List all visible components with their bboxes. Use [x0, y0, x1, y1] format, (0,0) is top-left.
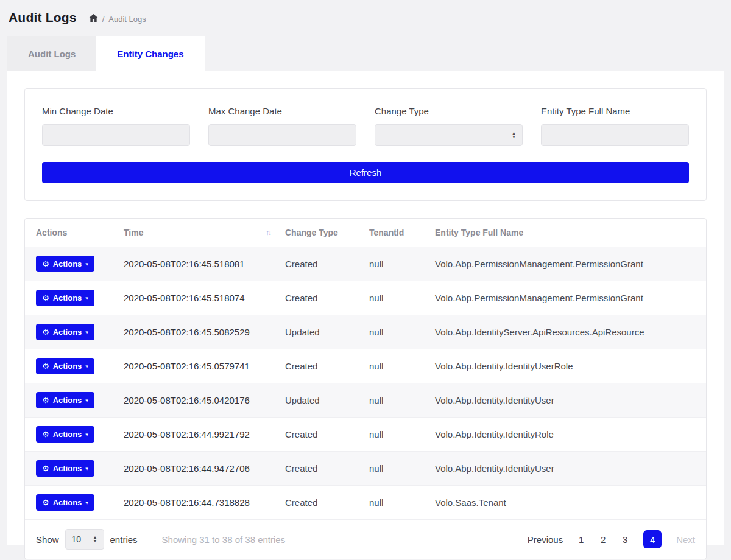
row-actions-button[interactable]: ⚙ Actions ▾: [36, 426, 94, 443]
cell-entity-type: Volo.Abp.PermissionManagement.Permission…: [428, 281, 706, 315]
cell-time: 2020-05-08T02:16:45.518081: [116, 247, 278, 281]
caret-down-icon: ▾: [85, 500, 88, 506]
cell-change-type: Created: [278, 418, 362, 452]
sort-icon[interactable]: ↑↓: [266, 228, 270, 237]
pagination-pages: 1234: [577, 530, 662, 548]
cell-time: 2020-05-08T02:16:45.518074: [116, 281, 278, 315]
header-time-label: Time: [124, 228, 143, 237]
row-actions-button[interactable]: ⚙ Actions ▾: [36, 460, 94, 477]
gear-icon: ⚙: [42, 498, 49, 507]
sort-down-icon: ↓: [268, 228, 270, 237]
cell-time: 2020-05-08T02:16:44.9921792: [116, 418, 278, 452]
cell-time: 2020-05-08T02:16:45.5082529: [116, 315, 278, 349]
cell-time: 2020-05-08T02:16:45.0579741: [116, 349, 278, 383]
cell-entity-type: Volo.Abp.Identity.IdentityRole: [428, 418, 706, 452]
row-actions-button[interactable]: ⚙ Actions ▾: [36, 324, 94, 340]
max-change-date-input[interactable]: [208, 124, 356, 146]
page-header: Audit Logs / Audit Logs: [0, 0, 731, 32]
pagination-page-3[interactable]: 3: [621, 534, 629, 545]
caret-down-icon: ▾: [85, 432, 88, 438]
arrow-down-icon: ▼: [93, 539, 97, 543]
cell-tenant-id: null: [362, 418, 428, 452]
header-time[interactable]: Time ↑↓: [116, 219, 278, 247]
cell-change-type: Created: [278, 452, 362, 486]
max-change-date-label: Max Change Date: [208, 106, 356, 116]
cell-change-type: Created: [278, 349, 362, 383]
pagination-next[interactable]: Next: [676, 534, 695, 545]
gear-icon: ⚙: [42, 464, 49, 473]
cell-actions: ⚙ Actions ▾: [25, 247, 116, 281]
row-actions-button[interactable]: ⚙ Actions ▾: [36, 392, 94, 408]
cell-entity-type: Volo.Abp.Identity.IdentityUserRole: [428, 349, 706, 383]
table-header-row: Actions Time ↑↓ Change Type TenantId Ent…: [25, 219, 706, 247]
pagination: Previous 1234 Next: [528, 530, 695, 548]
pagination-previous[interactable]: Previous: [528, 534, 563, 545]
cell-entity-type: Volo.Abp.PermissionManagement.Permission…: [428, 247, 706, 281]
row-actions-button[interactable]: ⚙ Actions ▾: [36, 256, 94, 272]
table-row: ⚙ Actions ▾ 2020-05-08T02:16:45.518074 C…: [25, 281, 706, 315]
pagination-page-1[interactable]: 1: [577, 534, 585, 545]
show-label: Show: [36, 534, 59, 545]
caret-down-icon: ▾: [85, 295, 88, 301]
cell-entity-type: Volo.Abp.Identity.IdentityUser: [428, 383, 706, 418]
table-row: ⚙ Actions ▾ 2020-05-08T02:16:45.518081 C…: [25, 247, 706, 281]
cell-actions: ⚙ Actions ▾: [25, 315, 116, 349]
home-icon[interactable]: [89, 14, 98, 23]
table-row: ⚙ Actions ▾ 2020-05-08T02:16:45.0420176 …: [25, 383, 706, 418]
pagination-page-4[interactable]: 4: [643, 530, 662, 548]
row-actions-label: Actions: [53, 293, 82, 303]
page-title: Audit Logs: [9, 10, 77, 25]
header-change-type: Change Type: [278, 219, 362, 247]
gear-icon: ⚙: [42, 327, 49, 337]
page-size-select[interactable]: 10 ▲ ▼: [65, 529, 104, 550]
refresh-button[interactable]: Refresh: [42, 162, 689, 183]
tab-entity-changes[interactable]: Entity Changes: [96, 36, 204, 71]
caret-down-icon: ▾: [85, 329, 88, 335]
table-footer: Show 10 ▲ ▼ entries Showing 31 to 38 of …: [25, 520, 706, 559]
cell-change-type: Created: [278, 247, 362, 281]
table-row: ⚙ Actions ▾ 2020-05-08T02:16:45.0579741 …: [25, 349, 706, 383]
main-card: Min Change Date Max Change Date Change T…: [7, 71, 724, 545]
pagination-page-2[interactable]: 2: [599, 534, 607, 545]
row-actions-label: Actions: [53, 430, 82, 439]
select-arrows-icon: ▲ ▼: [512, 131, 516, 139]
cell-tenant-id: null: [362, 452, 428, 486]
table-row: ⚙ Actions ▾ 2020-05-08T02:16:45.5082529 …: [25, 315, 706, 349]
page-size-value: 10: [72, 534, 82, 544]
row-actions-label: Actions: [53, 362, 82, 371]
change-type-select[interactable]: ▲ ▼: [375, 124, 523, 146]
cell-time: 2020-05-08T02:16:44.9472706: [116, 452, 278, 486]
cell-actions: ⚙ Actions ▾: [25, 452, 116, 486]
row-actions-button[interactable]: ⚙ Actions ▾: [36, 358, 94, 374]
arrow-down-icon: ▼: [512, 135, 516, 139]
gear-icon: ⚙: [42, 430, 49, 439]
cell-actions: ⚙ Actions ▾: [25, 486, 116, 520]
breadcrumb: / Audit Logs: [89, 15, 146, 24]
row-actions-button[interactable]: ⚙ Actions ▾: [36, 494, 94, 511]
row-actions-label: Actions: [53, 327, 82, 337]
tab-audit-logs[interactable]: Audit Logs: [7, 36, 96, 71]
select-arrows-icon: ▲ ▼: [93, 536, 97, 543]
cell-tenant-id: null: [362, 247, 428, 281]
row-actions-button[interactable]: ⚙ Actions ▾: [36, 290, 94, 306]
breadcrumb-separator: /: [102, 15, 105, 24]
min-change-date-input[interactable]: [42, 124, 190, 146]
cell-change-type: Created: [278, 486, 362, 520]
caret-down-icon: ▾: [85, 397, 88, 404]
entity-type-input[interactable]: [541, 124, 689, 146]
cell-entity-type: Volo.Saas.Tenant: [428, 486, 706, 520]
cell-change-type: Updated: [278, 315, 362, 349]
cell-tenant-id: null: [362, 486, 428, 520]
cell-entity-type: Volo.Abp.IdentityServer.ApiResources.Api…: [428, 315, 706, 349]
cell-actions: ⚙ Actions ▾: [25, 418, 116, 452]
table-row: ⚙ Actions ▾ 2020-05-08T02:16:44.9472706 …: [25, 452, 706, 486]
tab-bar: Audit Logs Entity Changes: [7, 36, 724, 71]
tab-entity-changes-label: Entity Changes: [117, 49, 183, 59]
entity-type-label: Entity Type Full Name: [541, 106, 689, 116]
header-tenant-id: TenantId: [362, 219, 428, 247]
showing-entries-text: Showing 31 to 38 of 38 entries: [162, 534, 286, 545]
table-row: ⚙ Actions ▾ 2020-05-08T02:16:44.7318828 …: [25, 486, 706, 520]
change-type-label: Change Type: [375, 106, 523, 116]
cell-time: 2020-05-08T02:16:45.0420176: [116, 383, 278, 418]
table-row: ⚙ Actions ▾ 2020-05-08T02:16:44.9921792 …: [25, 418, 706, 452]
